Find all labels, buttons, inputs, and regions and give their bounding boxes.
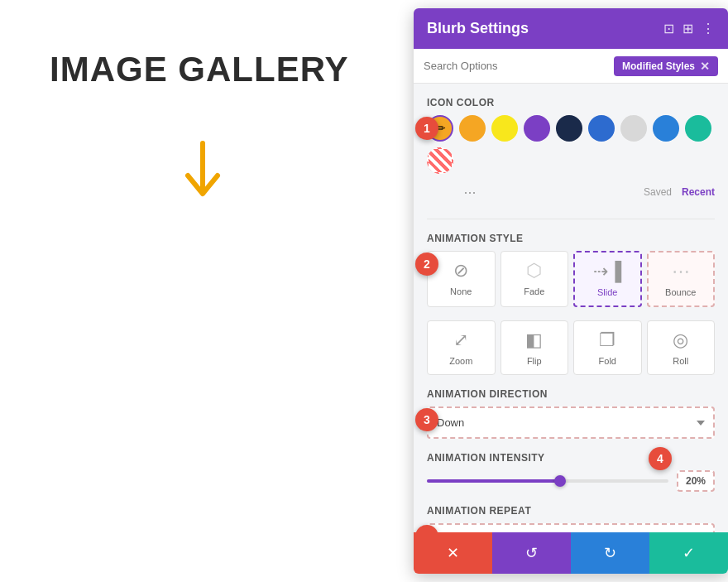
anim-bounce-label: Bounce bbox=[665, 287, 696, 297]
animation-style-group: Animation Style 2 ⊘ None ⬡ Fade ⇢▐ Slide bbox=[427, 233, 715, 375]
anim-roll[interactable]: ◎ Roll bbox=[647, 320, 716, 375]
anim-none-label: None bbox=[450, 286, 472, 296]
color-swatches: ✏ bbox=[427, 115, 715, 174]
anim-zoom[interactable]: ⤢ Zoom bbox=[427, 320, 496, 375]
search-bar: Modified Styles ✕ bbox=[414, 49, 728, 84]
swatch-teal[interactable] bbox=[685, 115, 711, 142]
slider-track[interactable] bbox=[427, 479, 668, 483]
animation-grid-row2: ⤢ Zoom ◧ Flip ❐ Fold ◎ Roll bbox=[427, 320, 715, 375]
swatch-yellow[interactable] bbox=[491, 115, 518, 142]
cancel-button[interactable]: ✕ bbox=[414, 532, 492, 574]
animation-repeat-group: Animation Repeat 5 Loop Once Twice bbox=[427, 505, 715, 532]
tab-saved[interactable]: Saved bbox=[644, 186, 672, 198]
separator-1 bbox=[427, 219, 715, 219]
responsive-icon[interactable]: ⊡ bbox=[663, 21, 674, 36]
intensity-value[interactable]: 20% bbox=[677, 470, 715, 492]
swatch-purple[interactable] bbox=[524, 115, 550, 142]
redo-button[interactable]: ↻ bbox=[571, 532, 649, 574]
animation-intensity-group: Animation Intensity 4 20% bbox=[427, 452, 715, 492]
anim-roll-icon: ◎ bbox=[673, 329, 688, 351]
anim-slide[interactable]: ⇢▐ Slide bbox=[573, 251, 642, 307]
anim-flip-icon: ◧ bbox=[525, 329, 543, 351]
modified-styles-label: Modified Styles bbox=[622, 60, 695, 72]
slider-row: 4 20% bbox=[427, 470, 715, 492]
arrow-down-icon bbox=[178, 139, 228, 205]
animation-style-label: Animation Style bbox=[427, 233, 715, 244]
header-icons: ⊡ ⊞ ⋮ bbox=[663, 21, 715, 36]
left-panel: IMAGE GALLERY bbox=[0, 0, 405, 582]
badge-2: 2 bbox=[415, 253, 438, 276]
badge-4: 4 bbox=[649, 447, 672, 470]
animation-repeat-label: Animation Repeat bbox=[427, 505, 715, 517]
anim-bounce[interactable]: ⋯ Bounce bbox=[647, 251, 716, 307]
swatch-orange[interactable] bbox=[459, 115, 486, 142]
anim-fade-label: Fade bbox=[524, 286, 544, 296]
modified-styles-close[interactable]: ✕ bbox=[700, 60, 710, 73]
anim-flip[interactable]: ◧ Flip bbox=[500, 320, 569, 375]
animation-direction-group: Animation Direction 3 Down Up Left Right bbox=[427, 388, 715, 439]
panel-title: Blurb Settings bbox=[427, 20, 529, 37]
confirm-button[interactable]: ✓ bbox=[649, 532, 728, 574]
anim-slide-label: Slide bbox=[597, 287, 617, 297]
page-title: IMAGE GALLERY bbox=[0, 50, 348, 89]
undo-button[interactable]: ↺ bbox=[492, 532, 571, 574]
swatch-dark-blue[interactable] bbox=[556, 115, 582, 142]
color-tabs: ··· Saved Recent bbox=[427, 179, 715, 205]
blurb-settings-panel: Blurb Settings ⊡ ⊞ ⋮ Modified Styles ✕ I… bbox=[414, 8, 728, 574]
swatch-light-gray[interactable] bbox=[620, 115, 647, 142]
anim-roll-label: Roll bbox=[673, 356, 688, 366]
modified-styles-badge[interactable]: Modified Styles ✕ bbox=[614, 56, 718, 76]
panel-content: Icon Color 1 ✏ ··· Saved Recent bbox=[414, 84, 728, 532]
icon-color-group: Icon Color 1 ✏ ··· Saved Recent bbox=[427, 97, 715, 205]
anim-fade-icon: ⬡ bbox=[526, 260, 542, 281]
animation-direction-label: Animation Direction bbox=[427, 388, 715, 400]
swatch-blue[interactable] bbox=[588, 115, 615, 142]
search-input[interactable] bbox=[424, 60, 614, 72]
more-swatches[interactable]: ··· bbox=[457, 179, 483, 205]
anim-bounce-icon: ⋯ bbox=[672, 261, 690, 282]
icon-color-label: Icon Color bbox=[427, 97, 715, 108]
anim-none-icon: ⊘ bbox=[453, 260, 468, 281]
panel-footer: ✕ ↺ ↻ ✓ bbox=[414, 532, 728, 574]
anim-fold[interactable]: ❐ Fold bbox=[573, 320, 642, 375]
direction-select[interactable]: Down Up Left Right bbox=[427, 406, 715, 439]
slider-thumb[interactable] bbox=[554, 475, 566, 487]
swatch-blue2[interactable] bbox=[653, 115, 679, 142]
layout-icon[interactable]: ⊞ bbox=[682, 21, 693, 36]
anim-zoom-label: Zoom bbox=[449, 356, 472, 366]
swatch-striped[interactable] bbox=[427, 147, 453, 174]
badge-1: 1 bbox=[415, 117, 438, 140]
anim-fold-icon: ❐ bbox=[599, 329, 615, 351]
more-icon[interactable]: ⋮ bbox=[702, 21, 715, 36]
panel-header: Blurb Settings ⊡ ⊞ ⋮ bbox=[414, 8, 728, 49]
slider-fill bbox=[427, 479, 560, 483]
badge-3: 3 bbox=[415, 408, 438, 431]
anim-zoom-icon: ⤢ bbox=[453, 329, 468, 351]
anim-flip-label: Flip bbox=[527, 356, 542, 366]
anim-fade[interactable]: ⬡ Fade bbox=[500, 251, 569, 307]
anim-slide-icon: ⇢▐ bbox=[593, 261, 621, 282]
anim-fold-label: Fold bbox=[599, 356, 616, 366]
animation-grid-row1: ⊘ None ⬡ Fade ⇢▐ Slide ⋯ Bounce bbox=[427, 251, 715, 307]
repeat-select[interactable]: Loop Once Twice bbox=[427, 523, 715, 532]
tab-recent[interactable]: Recent bbox=[682, 186, 715, 198]
